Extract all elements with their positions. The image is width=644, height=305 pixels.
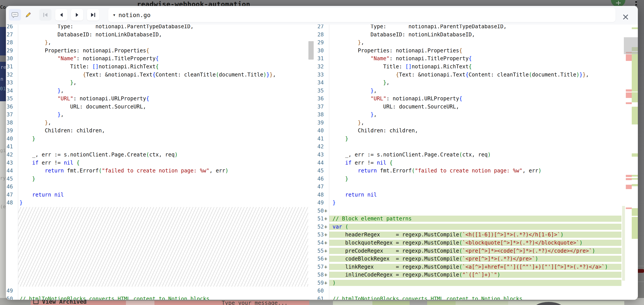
code-line: 48 return nil <box>314 190 638 199</box>
code-text: "URL": notionapi.URLProperty{ <box>329 96 622 102</box>
background-block <box>427 301 456 305</box>
file-selector[interactable]: ▼ notion.go <box>108 8 616 22</box>
sidebar-selected-item <box>0 27 6 56</box>
code-line: 42 _, err := s.notionClient.Page.Create(… <box>6 151 314 159</box>
code-lines-new: 27 Type: notionapi.ParentTypeDatabaseID,… <box>314 24 638 300</box>
line-number: 42 <box>6 152 13 158</box>
collapsed-region-hatch <box>6 207 314 287</box>
background-highlight-segment <box>126 300 154 305</box>
line-number: 39 <box>314 120 324 126</box>
code-line: 29 }, <box>314 38 638 47</box>
code-text: {Text: &notionapi.Text{Content: cleanTit… <box>18 72 308 78</box>
code-line: 44 if err != nil { <box>314 159 638 167</box>
code-line: 31 "Name": notionapi.TitleProperty{ <box>314 54 638 63</box>
line-number: 50 <box>314 208 324 214</box>
line-number: 44 <box>314 160 324 166</box>
added-line-marker: + <box>324 232 329 238</box>
first-diff-icon <box>42 12 48 18</box>
code-text: }, <box>18 88 308 94</box>
line-number: 51 <box>314 216 324 222</box>
chevron-down-icon: ▼ <box>112 13 116 17</box>
code-text: }, <box>329 112 622 118</box>
minimap-mark <box>626 102 632 104</box>
code-line: 30 Properties: notionapi.Properties{ <box>314 47 638 55</box>
line-number: 48 <box>6 200 13 206</box>
code-line: 33 }, <box>6 79 314 87</box>
scrollbar-thumb[interactable] <box>308 41 314 60</box>
code-text: ) <box>329 280 622 286</box>
code-line: 35 "URL": notionapi.URLProperty{ <box>6 95 314 103</box>
code-line: 26 Type: notionapi.ParentTypeDatabaseID, <box>6 24 314 31</box>
background-row-divider <box>637 266 644 266</box>
line-number: 27 <box>314 24 324 30</box>
code-line: 27 DatabaseID: notionLinkDatabaseID, <box>6 31 314 39</box>
minimap-mark <box>626 185 632 189</box>
line-number: 31 <box>314 56 324 62</box>
line-number: 57 <box>314 264 324 270</box>
file-name: notion.go <box>118 12 150 18</box>
edit-mode-button[interactable] <box>22 9 34 20</box>
line-number: 44 <box>6 168 13 174</box>
code-text: Type: notionapi.ParentTypeDatabaseID, <box>18 24 308 30</box>
previous-diff-button[interactable] <box>55 9 68 20</box>
added-line-marker: + <box>324 248 329 254</box>
message-input-placeholder: Type your message... <box>222 300 288 305</box>
minimap-mark <box>632 217 638 239</box>
sidebar-selected-item: re n 01 <box>0 62 6 101</box>
code-text: // htmlToNotionBlocks converts HTML cont… <box>329 296 622 300</box>
first-diff-button[interactable] <box>39 9 52 20</box>
pencil-icon <box>24 12 32 18</box>
code-text: } <box>329 136 622 142</box>
sidebar-fragment: re <box>0 64 6 70</box>
code-line: 49 <box>6 287 314 295</box>
background-row-divider <box>637 282 644 282</box>
code-line: 41 <box>6 143 314 151</box>
code-line: 43 _, err := s.notionClient.Page.Create(… <box>314 151 638 159</box>
code-line: 47 <box>314 183 638 191</box>
gutter-divider <box>329 24 329 300</box>
minimap-mark <box>632 184 638 186</box>
code-line: 34 }, <box>6 86 314 95</box>
overview-viewport-thumb[interactable] <box>624 37 638 54</box>
code-line: 37 }, <box>6 111 314 119</box>
line-number: 38 <box>314 112 324 118</box>
background-block <box>333 301 372 305</box>
code-text: _, err := s.notionClient.Page.Create(ctx… <box>18 152 308 158</box>
minimap-mark <box>632 54 638 92</box>
added-line-marker: + <box>324 256 329 262</box>
code-line: 27 Type: notionapi.ParentTypeDatabaseID, <box>314 24 638 31</box>
background-app-title: readwise-webhook-automation <box>137 0 250 6</box>
line-number: 46 <box>6 184 13 190</box>
code-text: blockquoteRegex = regexp.MustCompile(`<b… <box>329 240 622 246</box>
line-number: 33 <box>6 80 13 86</box>
line-number: 56 <box>314 256 324 262</box>
code-line: 41 } <box>314 135 638 143</box>
code-line: 50// htmlToNotionBlocks converts HTML co… <box>6 295 314 300</box>
code-line: 43 if err != nil { <box>6 159 314 167</box>
close-button[interactable]: × <box>620 11 631 22</box>
code-line: 47 return nil <box>6 190 314 199</box>
code-text: }, <box>329 40 622 46</box>
code-line: 28 DatabaseID: notionLinkDatabaseID, <box>314 31 638 39</box>
code-line: 33 {Text: &notionapi.Text{Content: clean… <box>314 70 638 79</box>
diff-viewer-panel: ▼ notion.go × 26 Type: notionapi.ParentT… <box>6 6 638 300</box>
line-number: 47 <box>314 184 324 190</box>
minimap-mark <box>626 92 632 98</box>
code-line: 32 {Text: &notionapi.Text{Content: clean… <box>6 70 314 79</box>
code-text: "Name": notionapi.TitleProperty{ <box>329 56 622 62</box>
line-number: 37 <box>314 104 324 110</box>
code-text: } <box>18 200 308 206</box>
code-line: 52+var ( <box>314 223 638 231</box>
sidebar-fragment: (e <box>0 204 6 209</box>
overview-ruler[interactable] <box>626 24 638 300</box>
next-diff-button[interactable] <box>71 9 83 20</box>
sidebar-fragment: n <box>0 76 3 82</box>
minimap-mark <box>626 178 632 180</box>
comment-mode-button[interactable] <box>9 9 21 20</box>
added-line-marker: + <box>324 280 329 286</box>
sidebar-fragment: ry <box>0 175 6 181</box>
line-number: 45 <box>314 168 324 174</box>
last-diff-button[interactable] <box>87 9 99 20</box>
code-line: 59+) <box>314 279 638 287</box>
code-text: if err != nil { <box>329 160 622 166</box>
